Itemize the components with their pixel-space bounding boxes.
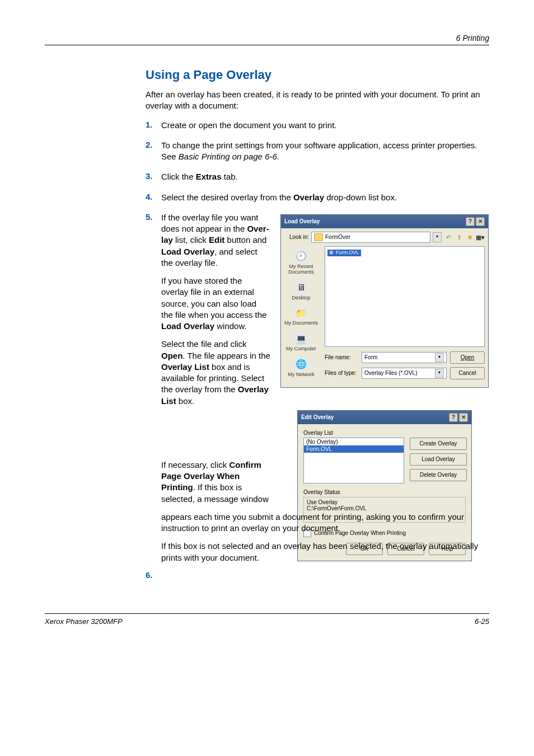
overlay-list-label: Overlay List: [303, 430, 466, 436]
text: .: [277, 152, 279, 161]
text: If necessary, click: [161, 460, 229, 469]
step-body: Select the desired overlay from the Over…: [161, 192, 489, 203]
ui-term: Extras: [196, 172, 222, 181]
reference-link: Basic Printing on page 6-6: [179, 152, 277, 161]
lookin-dropdown[interactable]: FormOver: [311, 232, 430, 243]
chevron-down-icon[interactable]: ▾: [435, 353, 444, 362]
back-icon[interactable]: ↶: [444, 233, 453, 242]
place-label: My Recent Documents: [282, 264, 320, 275]
ui-term: Load Overlay: [161, 321, 214, 331]
place-desktop[interactable]: 🖥Desktop: [292, 281, 310, 301]
text: If this box is not selected and an overl…: [161, 541, 489, 564]
new-folder-icon[interactable]: ✱: [465, 233, 474, 242]
load-overlay-dialog: Load Overlay ? ✕ Look in:: [280, 214, 489, 388]
ui-term: Overlay List: [161, 362, 209, 372]
header-section: 6 Printing: [45, 34, 489, 45]
intro-paragraph: After an overlay has been created, it is…: [146, 89, 489, 112]
place-recent[interactable]: 🕘My Recent Documents: [282, 250, 320, 275]
help-icon[interactable]: ?: [449, 413, 458, 422]
text: list, click: [173, 235, 209, 245]
text: If the overlay file you want does not ap…: [161, 213, 258, 233]
chevron-down-icon[interactable]: ▾: [433, 232, 442, 242]
close-icon[interactable]: ✕: [459, 413, 468, 422]
folder-icon: [314, 233, 323, 241]
dialog-title: Edit Overlay: [301, 414, 334, 420]
file-item[interactable]: 🗎 Form.OVL: [327, 250, 361, 256]
text: but­ton and: [224, 235, 266, 245]
step-number: 1.: [146, 120, 161, 129]
text: Select the file and click: [161, 339, 247, 349]
list-item[interactable]: Form.OVL: [304, 445, 404, 453]
ui-term: Overlay: [293, 192, 324, 202]
list-item[interactable]: (No Overlay): [304, 438, 404, 445]
place-network[interactable]: 🌐My Network: [288, 358, 315, 378]
ui-term: Load Overlay: [161, 247, 214, 256]
close-icon[interactable]: ✕: [476, 217, 485, 226]
footer-product: Xerox Phaser 3200MFP: [45, 617, 123, 626]
footer-page-number: 6-25: [475, 617, 489, 626]
filename-input[interactable]: Form ▾: [362, 352, 447, 363]
text: window.: [214, 321, 247, 331]
step-body: Create or open the document you want to …: [161, 120, 489, 131]
step-number: 6.: [146, 570, 161, 580]
text: tab.: [222, 172, 238, 181]
step-body: Click the Extras tab.: [161, 171, 489, 182]
place-label: My Documents: [284, 321, 318, 326]
text: Click the: [161, 172, 196, 181]
text: If you have stored the overlay file in a…: [161, 276, 266, 320]
ui-term: Edit: [209, 235, 224, 245]
filetype-label: Files of type:: [325, 370, 358, 376]
text: Select the desired overlay from the: [161, 192, 293, 202]
place-label: Desktop: [292, 295, 310, 301]
lookin-label: Look in:: [284, 234, 309, 240]
place-documents[interactable]: 📁My Documents: [284, 306, 318, 326]
step-body: To change the print settings from your s…: [161, 140, 489, 163]
ui-term: Open: [161, 351, 182, 360]
step-body: If necessary, click Confirm Page Over­la…: [161, 459, 489, 570]
step-number: 5.: [146, 212, 161, 222]
text: . The file appears in the: [182, 351, 270, 360]
file-name: Form.OVL: [336, 250, 359, 256]
lookin-value: FormOver: [325, 234, 350, 240]
file-list[interactable]: 🗎 Form.OVL: [325, 246, 485, 347]
up-folder-icon[interactable]: ⬆: [455, 233, 463, 242]
filetype-dropdown[interactable]: Overlay Files (*.OVL) ▾: [362, 368, 447, 379]
create-overlay-button[interactable]: Create Overlay: [410, 438, 467, 450]
cancel-button[interactable]: Cancel: [450, 367, 485, 379]
dialog-title: Load Overlay: [284, 218, 320, 224]
step-number: 3.: [146, 171, 161, 181]
text: appears each time you submit a document …: [161, 512, 464, 533]
chevron-down-icon[interactable]: ▾: [435, 369, 444, 378]
views-icon[interactable]: ▦▾: [476, 233, 485, 242]
filename-label: File name:: [325, 354, 358, 360]
place-label: My Network: [288, 372, 315, 378]
place-label: My Computer: [286, 346, 316, 352]
open-button[interactable]: Open: [450, 351, 485, 364]
section-title: Using a Page Overlay: [146, 68, 489, 82]
filename-value: Form: [364, 354, 377, 360]
step-number: 4.: [146, 192, 161, 201]
text: drop-down list box.: [324, 192, 397, 202]
text: box.: [176, 396, 195, 406]
filetype-value: Overlay Files (*.OVL): [364, 370, 417, 376]
place-computer[interactable]: 💻My Computer: [286, 332, 316, 352]
file-icon: 🗎: [329, 250, 334, 256]
step-number: 2.: [146, 140, 161, 149]
help-icon[interactable]: ?: [466, 217, 475, 226]
